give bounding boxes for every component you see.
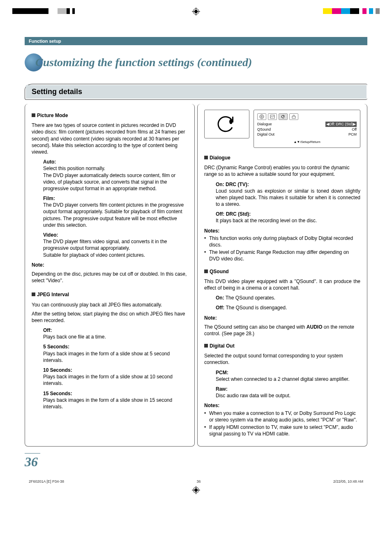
picture-mode-note-title: Note: <box>32 262 188 268</box>
dialogue-notes-title: Notes: <box>204 228 360 234</box>
note-item: When you make a connection to a TV, or D… <box>204 410 360 423</box>
square-bullet-icon <box>32 113 35 117</box>
picture-mode-auto: Auto: Select this position normally. The… <box>43 159 188 192</box>
digital-raw: Raw: Disc audio raw data will be output. <box>216 386 360 399</box>
picture-mode-film: Film: The DVD player converts film conte… <box>43 195 188 228</box>
picture-tab-icon <box>268 113 277 120</box>
digital-notes-title: Notes: <box>204 402 360 409</box>
square-bullet-icon <box>32 292 35 296</box>
menu-tabs <box>257 113 357 120</box>
dialogue-heading: Dialogue <box>204 154 360 161</box>
footer-timestamp: 2/22/05, 10:48 AM <box>333 479 363 484</box>
page-content: Function setup Customizing the function … <box>0 21 392 504</box>
right-column: Dialogue◀Off: DRC (Std)▶QSoundOffDigital… <box>197 104 367 447</box>
jpeg-intro2: After the setting below, start playing t… <box>32 311 188 324</box>
qsound-heading: QSound <box>204 268 360 275</box>
digital-notes-list: When you make a connection to a TV, or D… <box>204 410 360 438</box>
footer-meta: 2F60201A [E] P34-38 36 2/22/05, 10:48 AM <box>25 479 367 484</box>
note-item: If apply HDMI connection to TV, make sur… <box>204 424 360 437</box>
audio-category-icon <box>204 110 249 138</box>
dialogue-on: On: DRC (TV): Loud sound such as explosi… <box>216 181 360 208</box>
note-item: This function works only during playback… <box>204 235 360 248</box>
parental-tab-icon <box>289 113 298 120</box>
digital-pcm: PCM: Select when connected to a 2 channe… <box>216 369 360 382</box>
svg-rect-17 <box>292 116 295 118</box>
jpeg-off: Off: Plays back one file at a time. <box>43 327 188 340</box>
dialogue-intro: DRC (Dynamic Range Control) enables you … <box>204 164 360 177</box>
qsound-note-title: Note: <box>204 315 360 321</box>
square-bullet-icon <box>204 156 208 159</box>
jpeg-5s: 5 Seconds: Plays back images in the form… <box>43 343 188 364</box>
language-tab-icon <box>257 113 266 120</box>
audio-tab-icon <box>279 113 288 120</box>
jpeg-15s: 15 Seconds: Plays back images in the for… <box>43 390 188 410</box>
qsound-intro: This DVD video player equipped with a "Q… <box>204 278 360 291</box>
picture-mode-note: Depending on the disc, pictures may be c… <box>32 271 188 284</box>
menu-screen: Dialogue◀Off: DRC (Std)▶QSoundOffDigital… <box>254 110 360 148</box>
page-number: 36 <box>25 453 40 470</box>
menu-row: Dialogue◀Off: DRC (Std)▶ <box>257 122 357 127</box>
jpeg-intro1: You can continuously play back all JPEG … <box>32 302 188 308</box>
dialogue-notes-list: This function works only during playback… <box>204 235 360 263</box>
footer-filename: 2F60201A [E] P34-38 <box>29 479 64 484</box>
svg-rect-13 <box>232 117 233 122</box>
left-column: Picture Mode There are two types of sour… <box>25 104 195 447</box>
digital-intro: Selected the output sound format corresp… <box>204 352 360 366</box>
square-bullet-icon <box>204 344 208 348</box>
menu-footer: ▲▼/Setup/Return <box>257 140 357 144</box>
picture-mode-heading: Picture Mode <box>32 112 188 119</box>
dialogue-off: Off: DRC (Std): It plays back at the rec… <box>216 211 360 224</box>
footer-page: 36 <box>196 479 201 484</box>
svg-point-16 <box>284 116 284 117</box>
registration-mark-icon <box>192 486 200 494</box>
jpeg-10s: 10 Seconds: Plays back images in the for… <box>43 367 188 387</box>
color-bars-right <box>323 8 380 14</box>
printer-marks-top <box>0 0 392 21</box>
jpeg-heading: JPEG Interval <box>32 291 188 298</box>
svg-point-12 <box>229 119 233 124</box>
digital-out-heading: Digital Out <box>204 343 360 349</box>
picture-mode-intro: There are two types of source content in… <box>32 122 188 155</box>
qsound-on: On: The QSound operates. <box>216 295 360 301</box>
registration-mark-icon <box>192 7 200 16</box>
menu-row: Digital OutPCM <box>257 132 357 137</box>
qsound-note: The QSound setting can also be changed w… <box>204 324 360 337</box>
menu-preview: Dialogue◀Off: DRC (Std)▶QSoundOffDigital… <box>204 110 360 148</box>
registration-mark-bottom <box>25 486 367 495</box>
square-bullet-icon <box>204 269 208 273</box>
page-title: Customizing the function settings (conti… <box>35 56 252 69</box>
section-label: Function setup <box>25 37 367 45</box>
color-bars-left <box>12 8 75 14</box>
page-title-row: Customizing the function settings (conti… <box>25 53 367 71</box>
setting-details-heading: Setting details <box>25 84 367 100</box>
menu-row: QSoundOff <box>257 127 357 132</box>
note-item: The level of Dynamic Range Reduction may… <box>204 249 360 262</box>
picture-mode-video: Video: The DVD player filters video sign… <box>43 232 188 258</box>
qsound-off: Off: The QSound is disengaged. <box>216 304 360 311</box>
